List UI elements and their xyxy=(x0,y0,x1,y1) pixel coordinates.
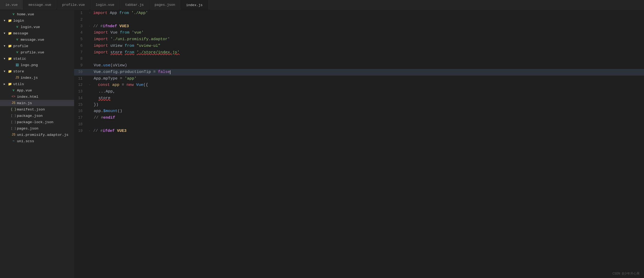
line-code: App.mpType = 'app' xyxy=(87,76,644,82)
sidebar-item-manifest-json[interactable]: { } manifest.json xyxy=(0,106,74,113)
sidebar-item-home-vue[interactable]: V home.vue xyxy=(0,11,74,17)
tab-label: ie.vue xyxy=(5,3,18,7)
js-file-icon: JS xyxy=(11,132,16,137)
json-file-icon: [ ] xyxy=(11,126,16,131)
line-code: ...App, xyxy=(87,89,644,95)
line-number: 8 xyxy=(74,56,87,62)
line-number: 19 xyxy=(74,128,87,135)
vue-file-icon: V xyxy=(15,50,20,55)
sidebar-item-index-html[interactable]: <> index.html xyxy=(0,94,74,100)
tab-label: tabbar.js xyxy=(125,3,144,7)
line-code xyxy=(87,121,644,128)
sidebar-item-label: login xyxy=(13,19,24,23)
vue-file-icon: V xyxy=(15,37,20,42)
sidebar-item-label: profile xyxy=(13,44,28,48)
line-number: 17 xyxy=(74,115,87,121)
sidebar-item-logo-png[interactable]: 🖼 logo.png xyxy=(0,62,74,68)
sidebar-item-app-vue[interactable]: V App.vue xyxy=(0,87,74,94)
sidebar-item-package-json[interactable]: [ ] package.json xyxy=(0,113,74,119)
line-number: 6 xyxy=(74,43,87,49)
tab-message-vue[interactable]: message.vue xyxy=(23,0,57,10)
line-code: ▫// #ifndef VUE3 xyxy=(87,23,644,30)
sidebar-item-label: utils xyxy=(13,82,24,86)
folder-icon: 📁 xyxy=(7,82,12,86)
code-editor[interactable]: 1 ▫import App from './App' 2 3 ▫// #ifnd… xyxy=(74,10,644,278)
sidebar-item-label: package.json xyxy=(17,114,43,118)
tab-pages-json[interactable]: pages.json xyxy=(149,0,181,10)
code-line-17: 17 // #endif xyxy=(74,115,644,121)
code-line-1: 1 ▫import App from './App' xyxy=(74,10,644,17)
line-number: 15 xyxy=(74,102,87,108)
tab-ie-vue[interactable]: ie.vue xyxy=(0,0,23,10)
fold-icon[interactable]: ▫ xyxy=(89,129,93,133)
sidebar-item-message-folder[interactable]: ▼ 📁 message xyxy=(0,30,74,36)
sidebar-item-pages-json[interactable]: [ ] pages.json xyxy=(0,125,74,132)
tab-index-js[interactable]: index.js xyxy=(181,0,208,10)
tab-label: message.vue xyxy=(29,3,51,7)
sidebar-item-label: main.js xyxy=(17,101,32,105)
sidebar-item-label: App.vue xyxy=(17,89,32,92)
code-line-13: 13 ...App, xyxy=(74,89,644,95)
chevron-down-icon: ▼ xyxy=(4,32,7,35)
sidebar-item-label: uni.promisify.adaptor.js xyxy=(17,133,68,137)
sidebar-item-store-folder[interactable]: ▼ 📁 store xyxy=(0,68,74,75)
sidebar-item-main-js[interactable]: JS main.js xyxy=(0,100,74,106)
sidebar-item-label: pages.json xyxy=(17,127,38,131)
js-file-icon: JS xyxy=(15,75,20,80)
line-code xyxy=(87,17,644,23)
sidebar-item-store-index-js[interactable]: JS index.js xyxy=(0,75,74,81)
sidebar-item-label: login.vue xyxy=(21,25,40,29)
line-code: ▫// #ifdef VUE3 xyxy=(87,128,644,135)
tab-profile-vue[interactable]: profile.vue xyxy=(57,0,91,10)
text-cursor xyxy=(170,70,170,74)
line-code: // #endif xyxy=(87,115,644,121)
tab-bar: ie.vue message.vue profile.vue login.vue… xyxy=(0,0,644,10)
sidebar-item-label: uni.scss xyxy=(17,139,34,143)
fold-icon[interactable]: ▫ xyxy=(89,83,93,87)
sidebar-item-profile-folder[interactable]: ▼ 📁 profile xyxy=(0,43,74,49)
line-number: 13 xyxy=(74,89,87,95)
sidebar-item-utils-folder[interactable]: ▶ 📁 utils xyxy=(0,81,74,87)
line-number: 14 xyxy=(74,95,87,102)
folder-icon: 📁 xyxy=(7,31,12,36)
code-line-9: 9 Vue.use(uView) xyxy=(74,62,644,69)
line-code: import Vue from 'vue' xyxy=(87,30,644,36)
sidebar-item-label: manifest.json xyxy=(17,108,45,112)
sidebar-item-login-vue[interactable]: V login.vue xyxy=(0,24,74,30)
line-code: import './uni.promisify.adaptor' xyxy=(87,36,644,43)
sidebar-item-label: message xyxy=(13,31,28,35)
line-code xyxy=(87,56,644,62)
line-code: import store from './store/index.js' xyxy=(87,49,644,56)
watermark: CSDN @少年开心果 xyxy=(613,271,640,276)
folder-icon: 📁 xyxy=(7,56,12,61)
js-file-icon: JS xyxy=(11,101,16,105)
line-number: 10 xyxy=(74,69,87,76)
tab-tabbar-js[interactable]: tabbar.js xyxy=(120,0,149,10)
fold-icon[interactable]: ▫ xyxy=(89,11,93,15)
tab-login-vue[interactable]: login.vue xyxy=(90,0,120,10)
sidebar-item-uni-scss[interactable]: ~ uni.scss xyxy=(0,138,74,144)
sidebar-item-login-folder[interactable]: ▼ 📁 login xyxy=(0,17,74,24)
sidebar-item-label: message.vue xyxy=(21,38,44,42)
sidebar-item-label: home.vue xyxy=(17,12,34,16)
code-content: 1 ▫import App from './App' 2 3 ▫// #ifnd… xyxy=(74,10,644,134)
image-file-icon: 🖼 xyxy=(15,63,20,67)
fold-icon[interactable]: ▫ xyxy=(89,24,93,28)
line-number: 1 xyxy=(74,10,87,17)
sidebar-item-message-vue[interactable]: V message.vue xyxy=(0,36,74,43)
sidebar-item-uni-promisify[interactable]: JS uni.promisify.adaptor.js xyxy=(0,132,74,138)
sidebar-item-label: profile.vue xyxy=(21,50,44,54)
file-explorer: V home.vue ▼ 📁 login V login.vue ▼ 📁 mes… xyxy=(0,10,74,278)
line-code: Vue.config.productionTip = false xyxy=(87,69,644,76)
sidebar-item-package-lock-json[interactable]: [ ] package-lock.json xyxy=(0,119,74,125)
sidebar-item-profile-vue[interactable]: V profile.vue xyxy=(0,49,74,55)
tab-label: profile.vue xyxy=(62,3,85,7)
sidebar-item-static-folder[interactable]: ▼ 📁 static xyxy=(0,55,74,62)
code-line-4: 4 import Vue from 'vue' xyxy=(74,30,644,36)
line-code: store xyxy=(87,95,644,102)
code-line-7: 7 import store from './store/index.js' xyxy=(74,49,644,56)
vue-file-icon: V xyxy=(11,88,16,93)
tab-label: pages.json xyxy=(155,3,175,7)
code-line-18: 18 xyxy=(74,121,644,128)
sidebar-item-label: logo.png xyxy=(21,63,38,67)
